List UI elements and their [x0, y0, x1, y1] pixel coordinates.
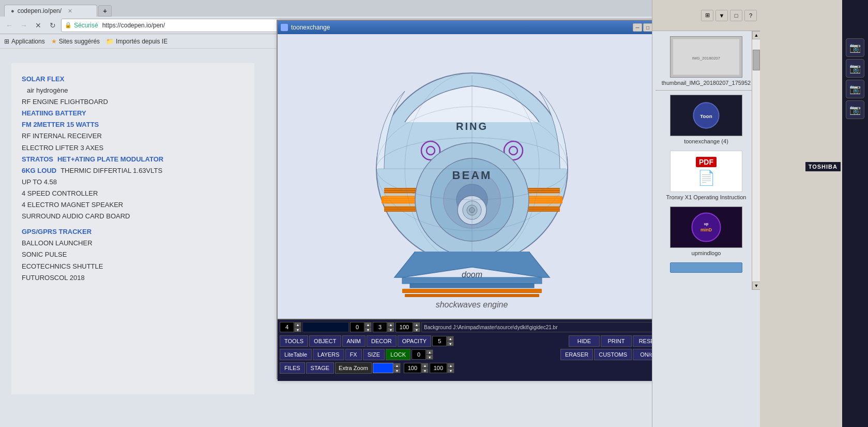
sonic-label: SONIC PULSE — [22, 249, 244, 260]
field3-up[interactable]: ▲ — [387, 322, 394, 327]
lock-button[interactable]: LOCK — [386, 349, 410, 360]
field7-up[interactable]: ▲ — [421, 363, 429, 368]
panel-help-btn[interactable]: ? — [744, 10, 757, 21]
new-tab-button[interactable]: + — [98, 5, 112, 17]
field6-input[interactable] — [412, 349, 426, 360]
bookmark-ie[interactable]: 📁 Importés depuis IE — [106, 38, 167, 45]
eraser-button[interactable]: ERASER — [560, 349, 593, 360]
fx-button[interactable]: FX — [345, 349, 362, 360]
panel-btn2[interactable]: ▼ — [715, 10, 728, 21]
toolbar-row4: FILES STAGE Extra Zoom ▲ ▼ — [278, 361, 666, 375]
field5-group: ▲ ▼ — [432, 336, 454, 346]
field8-down[interactable]: ▼ — [447, 368, 454, 373]
scroll-up-btn[interactable]: ▲ — [752, 31, 760, 39]
thumb2-svg: Toon — [671, 95, 742, 136]
decor-button[interactable]: DECOR — [367, 335, 397, 347]
thumb2-item[interactable]: Toon toonexchange (4) — [652, 92, 760, 148]
scroll-down-btn[interactable]: ▼ — [752, 282, 760, 290]
thumb4-img: up minD — [670, 207, 742, 248]
field4-input[interactable] — [395, 322, 413, 332]
litetable-button[interactable]: LiteTable — [280, 349, 312, 360]
minimize-button[interactable]: ─ — [633, 23, 642, 32]
files-button[interactable]: FILES — [280, 362, 305, 374]
customs-button[interactable]: CUSTOMS — [594, 349, 632, 360]
field3-input[interactable] — [373, 322, 387, 332]
solar-flex-label: SOLAR FLEX — [22, 73, 244, 85]
taskbar-icon-camera4[interactable]: 📷 — [846, 100, 864, 119]
panel-btn1[interactable]: ⊞ — [701, 10, 713, 21]
extra-zoom-container: Extra Zoom — [335, 362, 372, 374]
size-button[interactable]: SIZE — [363, 349, 385, 360]
thumb4-item[interactable]: up minD upmindlogo — [652, 203, 760, 259]
tab-close-icon[interactable]: ✕ — [68, 8, 72, 14]
separator1 — [656, 90, 757, 91]
field3-down[interactable]: ▼ — [387, 327, 394, 332]
taskbar-icon-camera3[interactable]: 📷 — [846, 80, 864, 98]
thumb4-label: upmindlogo — [692, 250, 721, 256]
field1-input[interactable] — [280, 322, 294, 332]
field8-up[interactable]: ▲ — [447, 363, 454, 368]
field4-up[interactable]: ▲ — [413, 322, 420, 327]
stratos-label: STRATOS — [22, 154, 53, 165]
color-up[interactable]: ▲ — [393, 363, 401, 368]
active-tab[interactable]: ● codepen.io/pen/ ✕ — [4, 5, 97, 17]
opacity-button[interactable]: OPACITY — [398, 335, 431, 347]
object-button[interactable]: OBJECT — [309, 335, 341, 347]
field1-down[interactable]: ▼ — [294, 327, 301, 332]
right-panel-top: ⊞ ▼ □ ? — [652, 0, 760, 31]
apps-label: Applications — [11, 38, 45, 45]
toshiba-label: TOSHIBA — [805, 162, 841, 171]
scroll-track — [752, 39, 760, 282]
field6-down[interactable]: ▼ — [426, 355, 433, 360]
field7-input[interactable] — [404, 363, 421, 373]
electro-lifter-label: ELECTRO LIFTER 3 AXES — [22, 142, 244, 154]
anim-button[interactable]: ANIM — [342, 335, 366, 347]
bookmark-sites[interactable]: ★ Sites suggérés — [51, 38, 100, 45]
field2-group: ▲ ▼ — [350, 322, 372, 332]
field5-up[interactable]: ▲ — [447, 336, 454, 341]
toon-title: toonexchange — [281, 24, 330, 31]
field8-input[interactable] — [430, 363, 447, 373]
print-button[interactable]: PRINT — [601, 335, 632, 347]
svg-text:RING: RING — [456, 121, 488, 132]
field2-input[interactable] — [350, 322, 364, 332]
sites-label: Sites suggérés — [59, 38, 100, 45]
field1-up[interactable]: ▲ — [294, 322, 301, 327]
close-button[interactable]: ✕ — [32, 19, 44, 32]
layers-button[interactable]: LAYERS — [313, 349, 344, 360]
color-down[interactable]: ▼ — [393, 368, 401, 373]
stage-button[interactable]: STAGE — [306, 362, 334, 374]
taskbar-icon-camera1[interactable]: 📷 — [846, 38, 864, 57]
field2-up[interactable]: ▲ — [364, 322, 372, 327]
field3-group: ▲ ▼ — [373, 322, 394, 332]
color-swatch[interactable] — [373, 363, 393, 373]
svg-rect-39 — [405, 294, 539, 297]
tools-button[interactable]: TOOLS — [280, 335, 308, 347]
svg-text:BEAM: BEAM — [452, 169, 492, 182]
panel-btn3[interactable]: □ — [730, 10, 742, 21]
field5-input[interactable] — [432, 336, 447, 346]
back-button[interactable]: ← — [3, 19, 16, 32]
refresh-button[interactable]: ↻ — [47, 19, 59, 32]
taskbar-icon-camera2[interactable]: 📷 — [846, 59, 864, 78]
tab-label: codepen.io/pen/ — [18, 7, 62, 14]
field4-down[interactable]: ▼ — [413, 327, 420, 332]
field5-down[interactable]: ▼ — [447, 341, 454, 346]
field6-up[interactable]: ▲ — [426, 349, 433, 355]
field7-down[interactable]: ▼ — [421, 368, 429, 373]
maximize-button[interactable]: □ — [643, 23, 652, 32]
thumb1-svg: IMG_20180207 — [671, 36, 742, 78]
rf-engine-label: RF ENGINE FLIGHTBOARD — [22, 96, 244, 108]
thumb2-img: Toon — [670, 95, 742, 136]
scroll-thumb[interactable] — [753, 50, 760, 70]
thumb1-item[interactable]: IMG_20180207 thumbnail_IMG_20180207_1759… — [652, 33, 760, 89]
bookmark-apps[interactable]: ⊞ Applications — [4, 38, 45, 45]
hide-button[interactable]: HIDE — [569, 335, 600, 347]
apps-icon: ⊞ — [4, 38, 9, 45]
field2-down[interactable]: ▼ — [364, 327, 372, 332]
thumb3-item[interactable]: PDF 📄 Tronxy X1 Operating Instruction — [652, 148, 760, 203]
het-label: HET+ATING PLATE MODULATOR — [57, 154, 163, 165]
forward-button[interactable]: → — [18, 19, 30, 32]
field4-group: ▲ ▼ — [395, 322, 420, 332]
upto-label: UP TO 4.58 — [22, 176, 244, 188]
